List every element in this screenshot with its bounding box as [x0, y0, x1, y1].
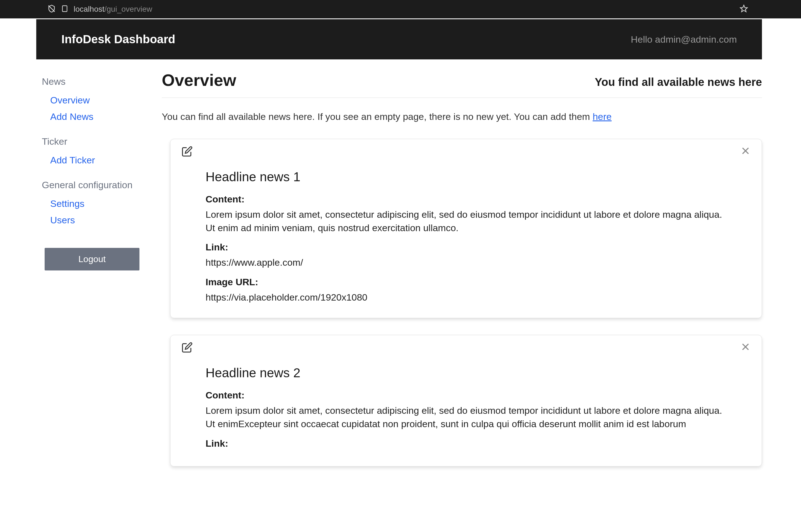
intro-text: You can find all available news here. If…: [162, 111, 762, 122]
app-header: InfoDesk Dashboard Hello admin@admin.com: [36, 19, 762, 59]
bookmark-star-icon[interactable]: [740, 4, 748, 14]
news-card: Headline news 1 Content: Lorem ipsum dol…: [170, 139, 762, 318]
svg-marker-2: [741, 5, 747, 12]
url-display[interactable]: localhost/gui_overview: [74, 5, 152, 14]
content-label: Content:: [206, 390, 727, 401]
page-title: Overview: [162, 71, 236, 90]
content-label: Content:: [206, 194, 727, 205]
edit-icon[interactable]: [182, 342, 193, 354]
news-content: Lorem ipsum dolor sit amet, consectetur …: [206, 404, 727, 431]
sidebar-section-ticker: Ticker: [42, 136, 134, 147]
sidebar: News Overview Add News Ticker Add Ticker…: [36, 59, 139, 494]
svg-rect-1: [62, 6, 67, 12]
sidebar-item-add-news[interactable]: Add News: [42, 109, 134, 125]
news-content: Lorem ipsum dolor sit amet, consectetur …: [206, 208, 727, 234]
news-link: https://www.apple.com/: [206, 256, 727, 269]
sidebar-item-overview[interactable]: Overview: [42, 92, 134, 109]
sidebar-item-users[interactable]: Users: [42, 212, 134, 228]
logout-button[interactable]: Logout: [44, 248, 139, 270]
shield-off-icon[interactable]: [48, 4, 56, 14]
image-url-label: Image URL:: [206, 277, 727, 287]
link-label: Link:: [206, 242, 727, 253]
close-icon[interactable]: [741, 146, 750, 157]
sidebar-item-add-ticker[interactable]: Add Ticker: [42, 152, 134, 168]
sidebar-section-general: General configuration: [42, 179, 134, 190]
user-greeting: Hello admin@admin.com: [631, 34, 737, 45]
browser-address-bar: localhost/gui_overview: [0, 0, 801, 18]
edit-icon[interactable]: [182, 146, 193, 158]
app-title: InfoDesk Dashboard: [61, 33, 175, 46]
sidebar-section-news: News: [42, 76, 134, 87]
page-icon: [61, 5, 69, 14]
add-news-link[interactable]: here: [593, 111, 612, 122]
main-content: Overview You find all available news her…: [139, 59, 762, 494]
link-label: Link:: [206, 438, 727, 449]
news-headline: Headline news 1: [206, 169, 727, 184]
sidebar-item-settings[interactable]: Settings: [42, 195, 134, 212]
news-headline: Headline news 2: [206, 365, 727, 380]
close-icon[interactable]: [741, 342, 750, 353]
news-image-url: https://via.placeholder.com/1920x1080: [206, 291, 727, 304]
news-card: Headline news 2 Content: Lorem ipsum dol…: [170, 335, 762, 466]
page-subtitle: You find all available news here: [595, 76, 762, 89]
